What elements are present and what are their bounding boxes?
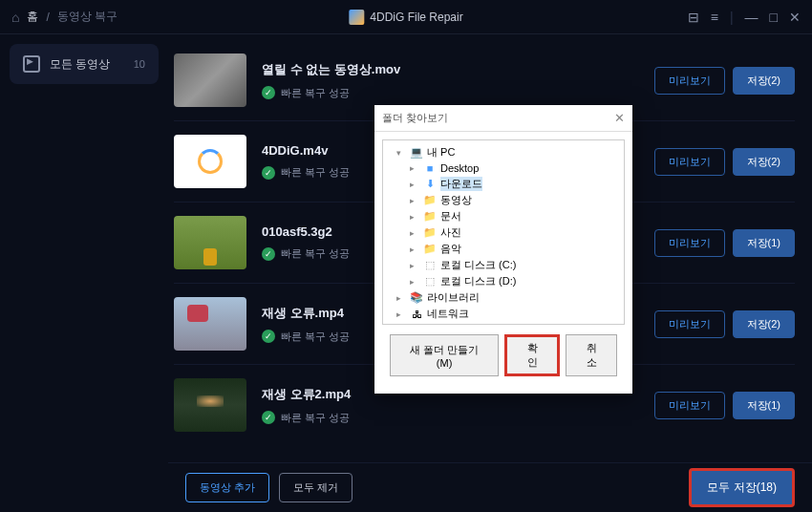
preview-button[interactable]: 미리보기 [654,310,725,338]
thumbnail [174,216,246,269]
tree-item-network[interactable]: ▸🖧네트워크 [387,306,620,322]
app-logo-icon [349,10,364,25]
titlebar: ⌂ 홈 / 동영상 복구 4DDiG File Repair ⊟ ≡ | — □… [0,0,812,34]
preview-button[interactable]: 미리보기 [654,67,725,95]
menu-icon[interactable]: ≡ [711,10,718,25]
tree-item-disk-d[interactable]: ▸⬚로컬 디스크 (D:) [387,273,620,289]
minimize-icon[interactable]: — [745,10,759,25]
remove-all-button[interactable]: 모두 제거 [279,473,353,502]
tree-item-documents[interactable]: ▸📁문서 [387,208,620,224]
save-all-button[interactable]: 모두 저장(18) [689,468,795,507]
folder-tree[interactable]: ▾💻내 PC ▸■Desktop ▸⬇다운로드 ▸📁동영상 ▸📁문서 ▸📁사진 … [382,139,625,325]
check-icon: ✓ [262,411,275,424]
thumbnail [174,53,246,107]
file-status: ✓빠른 복구 성공 [262,86,639,100]
cancel-button[interactable]: 취소 [566,334,617,376]
sidebar-item-count: 10 [134,58,145,70]
save-button[interactable]: 저장(1) [733,229,795,257]
check-icon: ✓ [262,330,275,343]
app-title: 4DDiG File Repair [349,10,462,25]
tree-item-music[interactable]: ▸📁음악 [387,241,620,257]
check-icon: ✓ [262,247,275,261]
ok-button[interactable]: 확인 [504,334,560,376]
file-name: 열릴 수 없는 동영상.mov [262,61,639,78]
save-button[interactable]: 저장(2) [733,310,795,338]
thumbnail [174,297,246,351]
dialog-close-icon[interactable]: ✕ [614,111,625,125]
save-button[interactable]: 저장(1) [733,392,795,419]
save-button[interactable]: 저장(2) [733,67,795,95]
file-status: ✓빠른 복구 성공 [262,411,639,425]
new-folder-button[interactable]: 새 폴더 만들기(M) [390,334,499,376]
tree-item-disk-c[interactable]: ▸⬚로컬 디스크 (C:) [387,257,620,273]
check-icon: ✓ [262,166,275,180]
preview-button[interactable]: 미리보기 [654,148,725,176]
thumbnail [174,135,246,188]
tree-item-desktop[interactable]: ▸■Desktop [387,160,620,176]
close-icon[interactable]: ✕ [789,10,801,25]
tree-item-libraries[interactable]: ▸📚라이브러리 [387,289,620,306]
bottom-bar: 동영상 추가 모두 제거 모두 저장(18) [168,462,812,512]
sidebar-item-label: 모든 동영상 [50,56,110,73]
feedback-icon[interactable]: ⊟ [688,10,699,25]
maximize-icon[interactable]: □ [770,10,778,25]
tree-item-videos[interactable]: ▸📁동영상 [387,192,620,208]
tree-item-pictures[interactable]: ▸📁사진 [387,224,620,241]
check-icon: ✓ [262,86,275,99]
tree-item-downloads[interactable]: ▸⬇다운로드 [387,176,620,192]
preview-button[interactable]: 미리보기 [654,229,725,257]
folder-browse-dialog: 폴더 찾아보기 ✕ ▾💻내 PC ▸■Desktop ▸⬇다운로드 ▸📁동영상 … [374,105,632,394]
sidebar-item-all-videos[interactable]: 모든 동영상 10 [10,44,159,84]
breadcrumb-home[interactable]: 홈 [27,9,38,25]
add-video-button[interactable]: 동영상 추가 [185,473,269,502]
window-controls: ⊟ ≡ | — □ ✕ [688,10,801,25]
dialog-title: 폴더 찾아보기 [382,111,448,125]
thumbnail [174,378,246,432]
dialog-titlebar: 폴더 찾아보기 ✕ [374,105,632,131]
breadcrumb-current: 동영상 복구 [57,9,118,25]
tree-item-pc[interactable]: ▾💻내 PC [387,144,620,160]
preview-button[interactable]: 미리보기 [654,392,725,419]
breadcrumb: ⌂ 홈 / 동영상 복구 [11,9,118,25]
sidebar: 모든 동영상 10 [0,34,168,462]
video-icon [23,55,40,73]
save-button[interactable]: 저장(2) [733,148,795,176]
home-icon[interactable]: ⌂ [11,10,19,25]
